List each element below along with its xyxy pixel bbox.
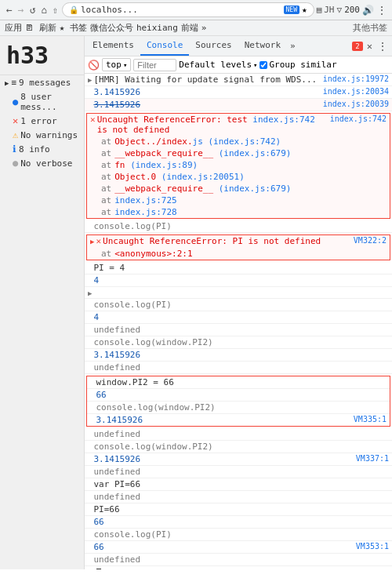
audio-icon[interactable]: 🔊 (362, 5, 374, 16)
default-levels-arrow: ▾ (253, 61, 257, 69)
sidebar-messages[interactable]: ▶ ≡ 9 messages (0, 75, 84, 90)
sidebar-expand-icon: ▶ (5, 79, 9, 87)
value-66b: 66 (93, 517, 389, 527)
console-line-4b: ▶ 4 (85, 311, 392, 324)
bookmark-heixiang[interactable]: heixiang (136, 23, 178, 33)
more-icon[interactable]: ⋮ (376, 4, 387, 16)
console-line-pi2: ▶ 3.1415926 index.js:20039 (85, 99, 392, 111)
value-66: 66 (96, 390, 387, 400)
error-stack-7: at index.js:728 (87, 206, 390, 218)
ext-icon-1[interactable]: ▤ (317, 5, 322, 15)
tab-elements[interactable]: Elements (86, 36, 140, 56)
prompt-arrow-icon: > (88, 568, 93, 569)
bookmark-apps[interactable]: 应用 (5, 22, 22, 34)
value-text: 3.1415926 (93, 87, 322, 97)
sidebar-user-messages[interactable]: ● 8 user mess... (0, 90, 84, 114)
default-levels-select[interactable]: Default levels ▾ (179, 60, 257, 70)
expand-arrow2[interactable]: ▶ (90, 238, 94, 245)
console-line-pi3: ▶ 3.1415926 (85, 349, 392, 362)
nav-home[interactable]: ⌂ (39, 5, 48, 16)
assign-text: PI = 4 (93, 263, 389, 273)
console-prompt-line[interactable]: > (85, 566, 392, 569)
default-levels-label: Default levels (179, 60, 252, 70)
error-stack-4: at Object.0 (index.js:20051) (87, 171, 390, 183)
expand-arrow[interactable]: ▶ (88, 289, 92, 297)
nav-download[interactable]: ⇧ (51, 5, 60, 16)
console-line-expand[interactable]: ▶ (85, 287, 392, 299)
sidebar-warnings[interactable]: ⚠ No warnings (0, 128, 84, 142)
other-bookmarks[interactable]: 其他书签 (353, 22, 387, 34)
log-call: console.log(window.PI2) (96, 402, 387, 413)
tab-console[interactable]: Console (140, 36, 189, 56)
console-line-undef5: ▶ undefined (85, 491, 392, 503)
file-link-337[interactable]: VM337:1 (356, 454, 389, 464)
expand-arrow[interactable]: ▶ (88, 76, 92, 84)
bookmark-frontend[interactable]: 前端 (181, 22, 198, 34)
address-text: localhos... (81, 5, 281, 15)
undef-text3: undefined (93, 429, 389, 439)
value-pi4: 3.1415926 (96, 415, 353, 425)
file-link[interactable]: index.js:19972 (323, 75, 389, 83)
address-bar[interactable]: 🔒 localhos... NEW ★ (62, 2, 314, 17)
pi-66-text: PI=66 (93, 504, 389, 514)
console-line-pi1: ▶ 3.1415926 index.js:20034 (85, 86, 392, 99)
console-line-66: ▶ 66 (87, 389, 390, 402)
nav-back[interactable]: ← (5, 4, 14, 16)
file-link-335[interactable]: VM335:1 (354, 415, 387, 425)
error-stack-5: at __webpack_require__ (index.js:679) (87, 183, 390, 194)
nav-forward[interactable]: → (16, 4, 26, 16)
console-line-var-pi: ▶ var PI=66 (85, 478, 392, 491)
error-line-main: ✕ Uncaught ReferenceError: test index.js… (87, 114, 390, 136)
file-link2[interactable]: VM322:2 (354, 236, 387, 245)
tab-more[interactable]: » (287, 37, 299, 55)
error-block-2: ▶ ✕ Uncaught ReferenceError: PI is not d… (86, 234, 390, 260)
bookmarks-more[interactable]: » (201, 23, 207, 33)
file-link-353[interactable]: VM353:1 (356, 542, 389, 552)
page-title-text: h33 (6, 42, 49, 69)
error2-main-text: Uncaught ReferenceError: PI is not defin… (103, 236, 354, 246)
sidebar-verbose[interactable]: ● No verbose (0, 156, 84, 170)
log-call-text: console.log(PI) (93, 221, 389, 231)
clear-console-icon[interactable]: 🚫 (88, 60, 100, 71)
value-text: 3.1415926 (93, 100, 322, 110)
highlight-box: ▶ window.PI2 = 66 ▶ 66 ▶ console.log(win… (86, 376, 390, 427)
group-similar-label: Group similar (269, 60, 336, 70)
ext-icon-2[interactable]: JH (324, 5, 334, 15)
tab-sources[interactable]: Sources (189, 36, 238, 56)
tab-network[interactable]: Network (238, 36, 287, 56)
console-line-logpi3: ▶ console.log(PI) (85, 529, 392, 541)
var-pi-text: var PI=66 (93, 479, 389, 489)
value-4: 4 (93, 275, 389, 285)
bookmark-bookmarks[interactable]: ★ 书签 (60, 22, 87, 34)
bookmark-refresh[interactable]: 🖹 刷新 (25, 22, 56, 34)
console-context-select[interactable]: top ▾ (102, 58, 131, 71)
console-line-66b: ▶ 66 (85, 516, 392, 529)
value-pi5: 3.1415926 (93, 454, 355, 464)
sidebar-errors[interactable]: ✕ 1 error (0, 114, 84, 128)
page-title-area: h33 (0, 36, 84, 75)
sidebar-info[interactable]: ℹ 8 info (0, 142, 84, 156)
file-link[interactable]: index.js:20034 (323, 87, 389, 96)
nav-refresh[interactable]: ↺ (28, 4, 38, 16)
prompt-cursor[interactable] (96, 569, 101, 569)
sidebar-messages-label: 9 messages (19, 78, 71, 88)
sidebar-verbose-icon: ● (13, 158, 18, 169)
error-badge: 2 (352, 42, 362, 51)
error2-line-main: ▶ ✕ Uncaught ReferenceError: PI is not d… (87, 235, 390, 248)
filter-input[interactable] (133, 59, 176, 71)
file-link[interactable]: index.js:742 (330, 115, 387, 123)
sidebar-info-icon: ℹ (13, 144, 16, 154)
undef-text6: undefined (93, 554, 389, 565)
devtools-dots-icon[interactable]: ⋮ (375, 40, 390, 53)
devtools-close-icon[interactable]: ✕ (365, 41, 375, 52)
ext-icon-3[interactable]: ▽ (337, 5, 343, 15)
file-link[interactable]: index.js:20039 (323, 100, 389, 108)
log-call: console.log(PI) (93, 300, 389, 310)
bookmark-star-icon[interactable]: ★ (302, 5, 307, 15)
console-line-pi-assign: ▶ PI = 4 (85, 262, 392, 274)
bookmark-wechat[interactable]: 微信公众号 (90, 22, 133, 34)
console-line-log-pi: ▶ console.log(PI) (85, 220, 392, 233)
new-badge: NEW (284, 5, 299, 14)
value-4b: 4 (93, 312, 389, 322)
group-similar-checkbox[interactable]: Group similar (260, 60, 336, 70)
